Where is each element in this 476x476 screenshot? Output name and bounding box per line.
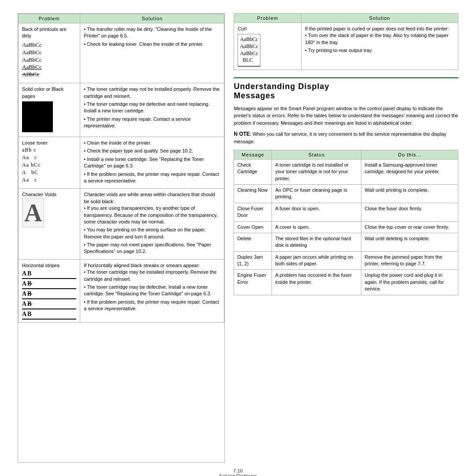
- curl-problem-label: Curl: [238, 26, 246, 31]
- solution-item: If you are using transparencies, try ano…: [84, 205, 220, 225]
- table-row: Cover Open A cover is open. Close the to…: [234, 221, 458, 233]
- table-row: Engine Fuser Error A problem has occurre…: [234, 270, 458, 295]
- table-row: Character Voids A Character voids are wh…: [19, 189, 224, 260]
- msg-message: Cleaning Now: [234, 184, 272, 203]
- solution-item: Turn over the stack of paper in the tray…: [305, 32, 454, 46]
- curl-problem-cell: Curl AaBbCcAaBbCcAaBbCc BLC: [234, 23, 301, 70]
- msg-header-message: Message: [234, 150, 272, 159]
- msg-status: A paper jam occurs while printing on bot…: [272, 251, 361, 270]
- stripe-line: AB: [22, 309, 76, 320]
- curl-box: AaBbCcAaBbCcAaBbCc BLC: [238, 34, 260, 67]
- solution-item: The toner cartridge may not be installed…: [84, 86, 220, 100]
- problem-label: Horizontal stripes: [22, 263, 60, 268]
- solution-item: If the problem persists, the printer may…: [84, 171, 220, 185]
- left-column: Problem Solution Back of printouts are d…: [18, 13, 225, 463]
- msg-status: A cover is open.: [272, 221, 361, 233]
- table-row: Solid color or Black pages The toner car…: [19, 83, 224, 137]
- problem-label: Back of printouts are dirty: [22, 26, 67, 38]
- solution-item: The paper may not meet paper specificati…: [84, 242, 220, 255]
- msg-header-action: Do this...: [361, 150, 458, 159]
- char-void-sample: A: [22, 198, 44, 227]
- stripe-line: AB: [22, 299, 76, 309]
- solution-cell: Clean the inside of the printer. Check t…: [80, 137, 224, 189]
- problem-cell: Loose toner aBb cAa cAa bCcA bCAa c: [19, 137, 80, 189]
- msg-action: Remove the jammed paper from the printer…: [361, 251, 458, 270]
- black-box-sample: [22, 101, 53, 132]
- table-row: Check Cartridge A toner cartridge is not…: [234, 159, 458, 184]
- msg-action: Install a Samsung-approved toner cartrid…: [361, 159, 458, 184]
- msg-message: Close Fuser Door: [234, 203, 272, 221]
- problem-cell: Horizontal stripes AB AB AB AB AB: [19, 259, 80, 322]
- curl-table: Problem Solution Curl AaBbCcAaBbCcAaBbCc…: [234, 13, 458, 70]
- problem-label: Solid color or Black pages: [22, 86, 63, 98]
- msg-status: A fuser door is open.: [272, 203, 361, 221]
- stripe-line: AB: [22, 269, 76, 279]
- intro-text: Messages appear on the Smart Panel progr…: [234, 105, 458, 127]
- msg-status: An OPC or fuser cleaning page is printin…: [272, 184, 361, 203]
- table-row: Horizontal stripes AB AB AB AB AB If hor…: [19, 259, 224, 322]
- note-label: N OTE: [234, 131, 250, 137]
- msg-message: Check Cartridge: [234, 159, 272, 184]
- messages-table: Message Status Do this... Check Cartridg…: [234, 150, 458, 295]
- solution-cell: Character voids are white areas within c…: [80, 189, 224, 260]
- curl-solution-list: Turn over the stack of paper in the tray…: [305, 32, 454, 54]
- curl-solution-intro: If the printed paper is curled or paper …: [305, 26, 449, 31]
- table-row: Curl AaBbCcAaBbCcAaBbCc BLC If the print…: [234, 23, 458, 70]
- solution-item: Try printing to rear output tray.: [305, 47, 454, 54]
- solution-item: You may be printing on the wrong surface…: [84, 227, 220, 240]
- solution-text: Character voids are white areas within c…: [84, 192, 215, 204]
- msg-message: Delete: [234, 233, 272, 251]
- table-row: Delete The stored files in the optional …: [234, 233, 458, 251]
- msg-message: Cover Open: [234, 221, 272, 233]
- section-title-text: Understanding DisplayMessages: [234, 82, 329, 100]
- msg-action: Wait until deleting is complete.: [361, 233, 458, 251]
- problem-label: Character Voids: [22, 192, 56, 197]
- left-problem-header: Problem: [19, 14, 80, 23]
- solution-item: The toner cartridge may be defective and…: [84, 101, 220, 115]
- solution-item: The transfer roller may be dirty. "Clean…: [84, 26, 220, 40]
- horiz-stripes-sample: AB AB AB AB AB: [22, 269, 76, 320]
- msg-action: Close the top cover or rear cover firmly…: [361, 221, 458, 233]
- right-problem-header: Problem: [234, 14, 301, 23]
- table-row: Back of printouts are dirty AaBbCcAaBbCc…: [19, 23, 224, 83]
- solution-list: If you are using transparencies, try ano…: [84, 205, 220, 255]
- problem-label: Loose toner: [22, 140, 48, 145]
- loose-toner-sample: aBb cAa cAa bCcA bCAa c: [22, 146, 76, 183]
- problem-cell: Back of printouts are dirty AaBbCcAaBbCc…: [19, 23, 80, 83]
- solution-item: The printer may require repair. Contact …: [84, 116, 220, 130]
- right-column: Problem Solution Curl AaBbCcAaBbCcAaBbCc…: [234, 13, 458, 463]
- solution-item: The toner cartridge may be installed imp…: [84, 269, 220, 283]
- msg-message: Engine Fuser Error: [234, 270, 272, 295]
- curl-sample: AaBbCcAaBbCcAaBbCc BLC: [238, 34, 298, 67]
- page-footer: 7.10 Solving Problems: [18, 468, 458, 476]
- msg-action: Wait until printing is complete.: [361, 184, 458, 203]
- solution-list: The toner cartridge may not be installed…: [84, 86, 220, 129]
- right-solution-header: Solution: [301, 14, 458, 23]
- table-row: Loose toner aBb cAa cAa bCcA bCAa c Clea…: [19, 137, 224, 189]
- table-row: Close Fuser Door A fuser door is open. C…: [234, 203, 458, 221]
- stripe-line: AB: [22, 279, 76, 289]
- note-content: : When you call for service, it is very …: [234, 131, 446, 144]
- solution-list: Clean the inside of the printer. Check t…: [84, 140, 220, 184]
- solution-item: Install a new toner cartridge. See "Repl…: [84, 156, 220, 170]
- solution-cell: The toner cartridge may not be installed…: [80, 83, 224, 137]
- note-text: N OTE: When you call for service, it is …: [234, 130, 458, 145]
- footer-section: Solving Problems: [219, 473, 257, 476]
- problem-cell: Character Voids A: [19, 189, 80, 260]
- table-row: Duplex Jam(1, 2) A paper jam occurs whil…: [234, 251, 458, 270]
- table-row: Cleaning Now An OPC or fuser cleaning pa…: [234, 184, 458, 203]
- problem-cell: Solid color or Black pages: [19, 83, 80, 137]
- msg-status: A toner cartridge is not installed or yo…: [272, 159, 361, 184]
- msg-action: Close the fuser door firmly.: [361, 203, 458, 221]
- dirty-back-sample: AaBbCcAaBbCcAaBbCcAaBbCcABbCc: [22, 41, 76, 78]
- section-title: Understanding DisplayMessages: [234, 77, 458, 100]
- solution-item: Check the paper type and quality. See pa…: [84, 148, 220, 154]
- msg-message: Duplex Jam(1, 2): [234, 251, 272, 270]
- stripe-line: AB: [22, 289, 76, 299]
- msg-status: The stored files in the optional hard di…: [272, 233, 361, 251]
- solution-cell: If horizontally aligned black streaks or…: [80, 259, 224, 322]
- solution-cell: The transfer roller may be dirty. "Clean…: [80, 23, 224, 83]
- page-layout: Problem Solution Back of printouts are d…: [18, 13, 458, 463]
- msg-header-status: Status: [272, 150, 361, 159]
- solution-item: If the problem persists, the printer may…: [84, 299, 220, 312]
